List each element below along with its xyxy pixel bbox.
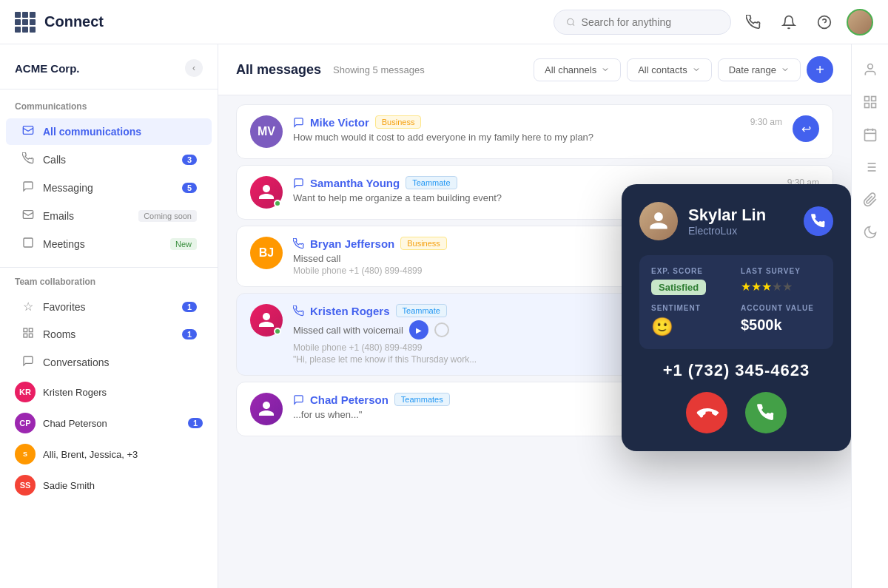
date-chevron-icon: [781, 65, 790, 74]
decline-call-button[interactable]: [686, 392, 727, 433]
user-avatar[interactable]: [847, 9, 873, 36]
emails-icon: [21, 209, 36, 223]
msg-name-mike: Mike Victor: [310, 116, 369, 129]
svg-rect-6: [24, 328, 27, 332]
msg-name-bryan: Bryan Jefferson: [310, 237, 394, 250]
sidebar: ACME Corp. ‹ Communications All communic…: [0, 44, 218, 588]
conv-name-group: Alli, Brent, Jessica, +3: [43, 449, 203, 460]
exp-score-label: EXP. SCORE: [651, 267, 732, 275]
sidebar-item-messaging[interactable]: Messaging 5: [6, 175, 212, 201]
sidebar-item-rooms[interactable]: Rooms 1: [6, 321, 212, 348]
emails-label: Emails: [43, 210, 131, 222]
conv-name-sadie: Sadie Smith: [43, 480, 203, 491]
org-header: ACME Corp. ‹: [0, 59, 218, 89]
conv-item-kristen[interactable]: KR Kristen Rogers: [0, 376, 218, 408]
conv-item-sadie[interactable]: SS Sadie Smith: [0, 470, 218, 501]
all-contacts-filter[interactable]: All contacts: [627, 58, 711, 81]
grid-menu-icon[interactable]: [15, 12, 36, 33]
exp-score-value: Satisfied: [651, 280, 706, 295]
online-indicator-samantha: [274, 200, 281, 207]
call-type-icon-kristen: [293, 305, 304, 317]
message-type-icon-samantha: [293, 178, 304, 189]
sidebar-item-meetings[interactable]: Meetings New: [6, 231, 212, 257]
help-nav-icon[interactable]: [811, 9, 838, 36]
sidebar-item-emails[interactable]: Emails Coming soon: [6, 203, 212, 229]
svg-rect-7: [29, 328, 33, 332]
collapse-button[interactable]: ‹: [185, 59, 203, 77]
conv-avatar-group: S: [15, 444, 36, 464]
contacts-chevron-icon: [692, 65, 701, 74]
conv-item-chad[interactable]: CP Chad Peterson 1: [0, 408, 218, 439]
svg-rect-5: [24, 238, 33, 247]
conv-name-kristen: Kristen Rogers: [43, 387, 203, 398]
call-card: Skylar Lin ElectroLux EXP. SCORE Satisfi…: [622, 184, 851, 451]
meetings-label: Meetings: [43, 238, 163, 250]
rooms-label: Rooms: [43, 328, 175, 340]
phone-nav-icon[interactable]: [740, 9, 767, 36]
msg-tag-kristen: Teammate: [396, 304, 447, 317]
svg-rect-14: [864, 129, 875, 141]
svg-rect-13: [864, 104, 869, 108]
last-survey-label: LAST SURVEY: [741, 267, 821, 275]
conv-badge-chad: 1: [188, 418, 203, 428]
rail-moon-icon[interactable]: [857, 219, 884, 246]
rail-contacts-icon[interactable]: [857, 56, 884, 83]
all-channels-filter[interactable]: All channels: [534, 58, 621, 81]
msg-name-samantha: Samantha Young: [310, 177, 400, 189]
favorites-icon: ☆: [21, 300, 36, 314]
bell-nav-icon[interactable]: [776, 9, 802, 36]
emails-coming-soon-badge: Coming soon: [138, 210, 197, 222]
conv-item-group[interactable]: S Alli, Brent, Jessica, +3: [0, 439, 218, 470]
account-value: $500k: [741, 317, 821, 334]
add-message-button[interactable]: +: [807, 56, 833, 83]
sentiment-label: SENTIMENT: [651, 304, 732, 312]
rail-grid-icon[interactable]: [857, 89, 884, 115]
last-survey-section: LAST SURVEY ★★★★★: [741, 267, 821, 295]
icon-rail: [851, 44, 888, 588]
message-card-mike-victor[interactable]: MV Mike Victor Business 9:30 am How much…: [236, 104, 833, 159]
search-bar[interactable]: [554, 10, 731, 35]
sidebar-item-favorites[interactable]: ☆ Favorites 1: [6, 294, 212, 320]
exp-score-section: EXP. SCORE Satisfied: [651, 267, 732, 295]
survey-stars: ★★★★★: [741, 280, 821, 294]
msg-name-kristen: Kristen Rogers: [310, 305, 390, 317]
rail-calendar-icon[interactable]: [857, 121, 884, 148]
avatar-wrap-samantha: [250, 176, 283, 209]
search-input[interactable]: [582, 16, 719, 28]
call-card-info: Skylar Lin ElectroLux: [688, 206, 766, 237]
svg-rect-4: [23, 211, 33, 219]
showing-text: Showing 5 messages: [333, 64, 425, 75]
calls-badge: 3: [182, 155, 197, 165]
messaging-badge: 5: [182, 183, 197, 193]
favorites-badge: 1: [182, 302, 197, 312]
date-range-filter[interactable]: Date range: [718, 58, 801, 81]
svg-rect-9: [24, 334, 27, 337]
communications-section-label: Communications: [0, 101, 218, 118]
reply-button-mike[interactable]: ↩: [793, 115, 819, 142]
message-type-icon-mike: [293, 117, 304, 128]
accept-call-button[interactable]: [745, 392, 787, 433]
channels-chevron-icon: [601, 65, 610, 74]
rooms-badge: 1: [182, 329, 197, 339]
account-value-section: ACCOUNT VALUE $500k: [741, 304, 821, 337]
sentiment-emoji: 🙂: [651, 317, 732, 337]
call-name: Skylar Lin: [688, 206, 766, 225]
msg-tag-mike: Business: [375, 115, 422, 129]
sidebar-item-all-communications[interactable]: All communications: [6, 118, 212, 145]
sentiment-section: SENTIMENT 🙂: [651, 304, 732, 337]
sidebar-item-calls[interactable]: Calls 3: [6, 146, 212, 173]
rail-attachment-icon[interactable]: [857, 186, 884, 213]
conv-name-chad: Chad Peterson: [43, 418, 181, 429]
messages-header: All messages Showing 5 messages All chan…: [218, 44, 851, 95]
sidebar-conversations-header: Conversations: [6, 349, 212, 376]
msg-name-chad: Chad Peterson: [310, 393, 388, 406]
conv-avatar-kristen: KR: [15, 382, 36, 402]
account-value-label: ACCOUNT VALUE: [741, 304, 821, 312]
msg-content-mike: Mike Victor Business 9:30 am How much wo…: [293, 115, 782, 143]
rail-list-icon[interactable]: [857, 154, 884, 180]
svg-rect-10: [864, 97, 869, 101]
call-avatar: [639, 202, 678, 240]
conv-avatar-sadie: SS: [15, 475, 36, 496]
play-voicemail-button[interactable]: ▶: [409, 320, 428, 339]
conversations-label: Conversations: [43, 356, 197, 368]
